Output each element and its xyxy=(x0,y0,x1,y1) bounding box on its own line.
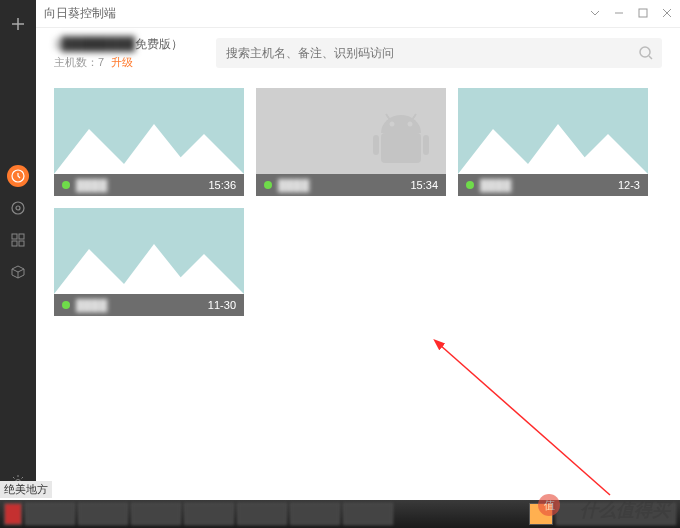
header: 1████████免费版） 主机数：7 升级 xyxy=(36,28,680,78)
host-card[interactable]: ████15:34 xyxy=(256,88,446,196)
card-footer: ████11-30 xyxy=(54,294,244,316)
card-footer: ████15:36 xyxy=(54,174,244,196)
host-name: ████ xyxy=(76,179,208,191)
host-name: ████ xyxy=(480,179,618,191)
add-button[interactable] xyxy=(0,8,36,40)
task-item[interactable] xyxy=(25,503,75,525)
card-footer: ████12-3 xyxy=(458,174,648,196)
task-item[interactable] xyxy=(78,503,128,525)
task-item[interactable] xyxy=(184,503,234,525)
nav-recent[interactable] xyxy=(7,165,29,187)
status-online-icon xyxy=(264,181,272,189)
account-name: 1████████ xyxy=(54,36,135,51)
tray[interactable] xyxy=(556,503,676,525)
status-online-icon xyxy=(62,301,70,309)
minimize-button[interactable] xyxy=(614,7,624,21)
sidebar xyxy=(0,0,36,498)
host-time: 15:36 xyxy=(208,179,236,191)
host-card[interactable]: ████15:36 xyxy=(54,88,244,196)
task-item[interactable] xyxy=(343,503,393,525)
nav-discover[interactable] xyxy=(0,192,36,224)
task-item[interactable] xyxy=(290,503,340,525)
task-item[interactable] xyxy=(237,503,287,525)
search-icon[interactable] xyxy=(638,45,654,64)
upgrade-link[interactable]: 升级 xyxy=(111,56,133,68)
status-online-icon xyxy=(62,181,70,189)
maximize-button[interactable] xyxy=(638,7,648,21)
host-name: ████ xyxy=(76,299,208,311)
search-input[interactable] xyxy=(216,38,662,68)
svg-rect-4 xyxy=(19,234,24,239)
taskbar xyxy=(0,500,680,528)
dropdown-icon[interactable] xyxy=(590,7,600,21)
svg-rect-3 xyxy=(12,234,17,239)
host-grid: ████15:36████15:34████12-3████11-30 xyxy=(36,78,680,326)
svg-line-15 xyxy=(386,114,390,120)
host-count: 主机数：7 xyxy=(54,56,104,68)
nav-grid[interactable] xyxy=(0,224,36,256)
svg-rect-6 xyxy=(19,241,24,246)
svg-point-11 xyxy=(390,122,395,127)
svg-rect-13 xyxy=(373,135,379,155)
close-button[interactable] xyxy=(662,7,672,21)
task-item[interactable] xyxy=(4,503,22,525)
task-item[interactable] xyxy=(131,503,181,525)
status-online-icon xyxy=(466,181,474,189)
caption-text: 绝美地方 xyxy=(0,481,52,498)
svg-point-1 xyxy=(12,202,24,214)
svg-rect-10 xyxy=(381,133,421,163)
host-time: 12-3 xyxy=(618,179,640,191)
nav-box[interactable] xyxy=(0,256,36,288)
host-time: 15:34 xyxy=(410,179,438,191)
host-time: 11-30 xyxy=(208,299,236,311)
plan-suffix: 免费版） xyxy=(135,37,183,51)
host-card[interactable]: ████11-30 xyxy=(54,208,244,316)
svg-line-16 xyxy=(412,114,416,120)
svg-point-2 xyxy=(16,206,20,210)
titlebar: 向日葵控制端 xyxy=(36,0,680,28)
svg-point-9 xyxy=(640,47,650,57)
svg-rect-8 xyxy=(639,9,647,17)
host-card[interactable]: ████12-3 xyxy=(458,88,648,196)
window-title: 向日葵控制端 xyxy=(44,5,590,22)
svg-rect-5 xyxy=(12,241,17,246)
card-footer: ████15:34 xyxy=(256,174,446,196)
watermark-badge: 值 xyxy=(538,494,560,516)
host-name: ████ xyxy=(278,179,410,191)
svg-rect-14 xyxy=(423,135,429,155)
svg-point-12 xyxy=(408,122,413,127)
